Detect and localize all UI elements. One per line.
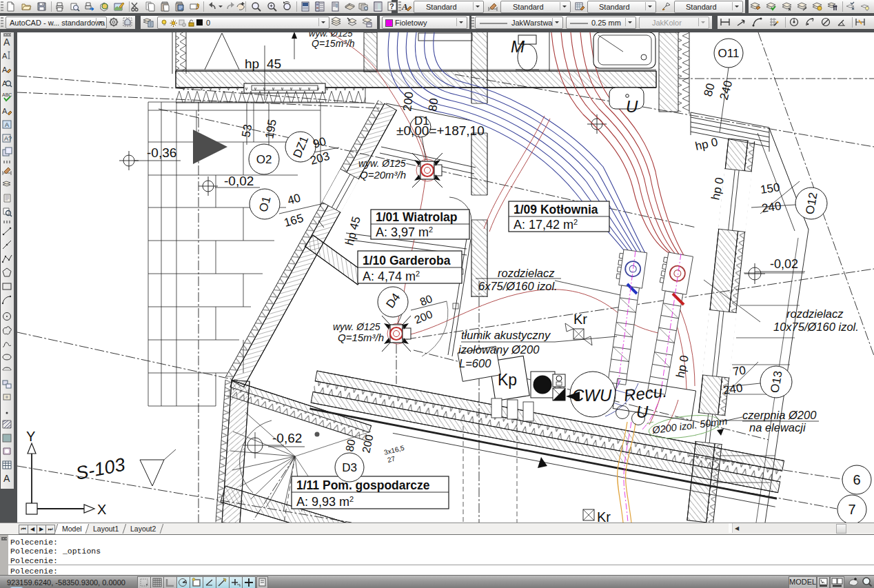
svg-text:1/01 Wiatrolap: 1/01 Wiatrolap bbox=[376, 210, 458, 224]
svg-text:O11: O11 bbox=[718, 47, 740, 60]
svg-text:195: 195 bbox=[263, 118, 279, 139]
svg-text:Kp: Kp bbox=[498, 371, 517, 389]
svg-text:tłumik akustyczny: tłumik akustyczny bbox=[461, 329, 551, 341]
svg-text:A: A bbox=[3, 37, 10, 48]
svg-text:40: 40 bbox=[286, 191, 302, 207]
svg-text:D3: D3 bbox=[342, 461, 357, 474]
svg-text:-0,36: -0,36 bbox=[147, 145, 176, 160]
svg-text:?: ? bbox=[389, 2, 394, 10]
svg-text:A: A bbox=[2, 65, 8, 74]
svg-text:80: 80 bbox=[418, 292, 434, 307]
svg-text:1/11 Pom. gospodarcze: 1/11 Pom. gospodarcze bbox=[296, 478, 430, 492]
svg-text:Recu.: Recu. bbox=[623, 382, 668, 405]
svg-text:240: 240 bbox=[718, 79, 735, 101]
svg-text:-0,02: -0,02 bbox=[770, 257, 798, 271]
svg-text:200: 200 bbox=[400, 91, 416, 112]
svg-text:A: 17,42 m2: A: 17,42 m2 bbox=[514, 218, 578, 232]
svg-text:czerpnia Ø200: czerpnia Ø200 bbox=[742, 409, 817, 421]
svg-text:hp 45: hp 45 bbox=[343, 215, 363, 247]
svg-text:6x75/Ø160 izol.: 6x75/Ø160 izol. bbox=[478, 280, 558, 292]
svg-text:wyw. Ø125: wyw. Ø125 bbox=[358, 158, 406, 169]
svg-text:70: 70 bbox=[732, 364, 746, 378]
svg-text:A: 4,74 m2: A: 4,74 m2 bbox=[363, 270, 420, 283]
svg-text:10x75/Ø160 izol.: 10x75/Ø160 izol. bbox=[773, 321, 859, 333]
svg-text:-0,62: -0,62 bbox=[272, 431, 302, 445]
svg-text:A: A bbox=[3, 473, 10, 484]
svg-text:ABC: ABC bbox=[2, 92, 12, 97]
svg-text:M: M bbox=[511, 37, 525, 56]
svg-text:53: 53 bbox=[239, 123, 254, 139]
svg-text:150: 150 bbox=[760, 181, 781, 196]
svg-text:240: 240 bbox=[722, 381, 744, 397]
svg-text:hp: hp bbox=[245, 57, 259, 71]
svg-text:90: 90 bbox=[312, 134, 327, 150]
svg-text:O2: O2 bbox=[256, 153, 272, 166]
svg-text:hp 0: hp 0 bbox=[694, 135, 719, 152]
svg-text:165: 165 bbox=[283, 212, 305, 230]
svg-text:Kr: Kr bbox=[573, 312, 587, 327]
svg-text:-0,02: -0,02 bbox=[224, 174, 254, 188]
svg-text:hp 0: hp 0 bbox=[673, 354, 691, 379]
svg-text:240: 240 bbox=[761, 199, 782, 215]
svg-text:200: 200 bbox=[413, 308, 434, 326]
svg-text:Q=15m³/h: Q=15m³/h bbox=[312, 38, 355, 49]
svg-text:A: A bbox=[2, 79, 8, 88]
svg-text:80: 80 bbox=[343, 438, 357, 453]
svg-text:Q=20m³/h: Q=20m³/h bbox=[360, 169, 406, 181]
svg-text:L=600: L=600 bbox=[459, 357, 491, 369]
svg-text:27: 27 bbox=[387, 454, 396, 463]
svg-text:Y: Y bbox=[26, 429, 35, 444]
svg-text:na elewacji: na elewacji bbox=[749, 421, 806, 434]
svg-text:80: 80 bbox=[702, 82, 718, 98]
svg-text:A: A bbox=[2, 52, 8, 60]
svg-text:6: 6 bbox=[853, 472, 860, 487]
svg-text:Kr: Kr bbox=[597, 509, 611, 523]
svg-text:izolowany Ø200: izolowany Ø200 bbox=[458, 343, 540, 356]
svg-text:3x16,5: 3x16,5 bbox=[383, 444, 405, 456]
svg-text:rozdzielacz: rozdzielacz bbox=[498, 267, 555, 279]
svg-text:45: 45 bbox=[267, 57, 281, 71]
svg-text:±0,00=+187,10: ±0,00=+187,10 bbox=[396, 123, 485, 138]
svg-text:7: 7 bbox=[848, 502, 855, 517]
svg-text:A: A bbox=[5, 121, 9, 128]
svg-text:U: U bbox=[636, 403, 649, 421]
svg-text:80: 80 bbox=[426, 97, 440, 112]
svg-text:wyw. Ø125: wyw. Ø125 bbox=[333, 321, 380, 332]
svg-text:S-103: S-103 bbox=[74, 454, 126, 484]
svg-text:A: A bbox=[2, 107, 8, 115]
svg-text:D1: D1 bbox=[414, 114, 429, 128]
svg-text:CWU: CWU bbox=[572, 386, 612, 405]
svg-text:X: X bbox=[97, 502, 106, 517]
svg-text:A?: A? bbox=[4, 135, 12, 142]
svg-text:rozdzielacz: rozdzielacz bbox=[786, 307, 844, 320]
svg-text:1/09 Kotłownia: 1/09 Kotłownia bbox=[514, 203, 598, 216]
svg-text:A: 3,97 m2: A: 3,97 m2 bbox=[376, 225, 433, 239]
svg-text:U: U bbox=[626, 97, 638, 116]
svg-text:A: 9,93 m2: A: 9,93 m2 bbox=[296, 495, 354, 509]
svg-text:Q=15m³/h: Q=15m³/h bbox=[338, 332, 384, 343]
svg-text:1/10 Garderoba: 1/10 Garderoba bbox=[363, 254, 451, 267]
